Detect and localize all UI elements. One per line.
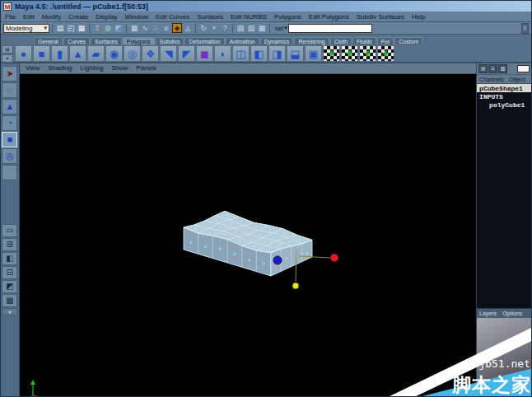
menu-item[interactable]: Subdiv Surfaces bbox=[357, 13, 404, 21]
poly-scatter-icon[interactable]: ❖ bbox=[142, 45, 159, 62]
rotate-tool[interactable]: ◔ bbox=[2, 115, 17, 131]
automatic-mapping-icon[interactable]: ✚ bbox=[377, 45, 394, 62]
layout-four-pane-button[interactable]: ⊞ bbox=[2, 238, 17, 251]
layout-single-pane-button[interactable]: ▭ bbox=[2, 224, 17, 237]
statusline-collapse-toggle[interactable]: ≡ bbox=[521, 23, 529, 34]
new-scene-icon[interactable]: ▤ bbox=[55, 23, 65, 33]
combine-icon[interactable]: ◫ bbox=[232, 45, 250, 62]
shelf-tab-rendering[interactable]: Rendering bbox=[294, 37, 329, 44]
layout-multi-pane-button[interactable]: ▦ bbox=[2, 294, 17, 307]
snap-surface-icon[interactable]: ◈ bbox=[172, 23, 182, 33]
select-hierarchy-icon[interactable]: ↥ bbox=[92, 23, 102, 33]
menu-item[interactable]: Window bbox=[125, 13, 148, 21]
shelf-tab-subdivs[interactable]: Subdivs bbox=[156, 37, 184, 44]
render-globals-icon[interactable]: ▩ bbox=[257, 23, 267, 33]
menu-item[interactable]: Modify bbox=[42, 13, 62, 21]
menu-item[interactable]: Polygons bbox=[274, 13, 301, 21]
shelf-tab-polygons[interactable]: Polygons bbox=[123, 37, 155, 44]
split-polygon-icon[interactable]: ◧ bbox=[250, 45, 268, 62]
layouts-menu-arrow[interactable]: ▾ bbox=[2, 308, 17, 315]
scene-3d-object[interactable] bbox=[20, 74, 478, 397]
select-object-icon[interactable]: ◍ bbox=[103, 23, 113, 33]
make-live-icon[interactable]: ◬ bbox=[183, 23, 193, 33]
poly-cone-icon[interactable]: ▲ bbox=[69, 45, 86, 62]
move-component-icon[interactable]: ⬓ bbox=[287, 45, 304, 62]
menu-item[interactable]: Edit Polygons bbox=[309, 13, 349, 21]
shelf-tab-fur[interactable]: Fur bbox=[377, 37, 394, 44]
menu-set-selector[interactable]: Modeling ▾ bbox=[3, 24, 49, 33]
bevel-icon[interactable]: ◗ bbox=[214, 45, 231, 62]
quick-selection-input[interactable] bbox=[288, 24, 372, 33]
shelf-tab-curves[interactable]: Curves bbox=[63, 37, 90, 44]
viewport-menu-shading[interactable]: Shading bbox=[48, 64, 72, 72]
snap-grid-icon[interactable]: ▦ bbox=[129, 23, 139, 33]
snap-curve-icon[interactable]: ∿ bbox=[140, 23, 150, 33]
append-polygon-icon[interactable]: ◨ bbox=[268, 45, 286, 62]
selection-mask-label[interactable]: sel bbox=[275, 25, 283, 32]
channel-manip-icon[interactable]: ≡ bbox=[488, 64, 497, 73]
cylindrical-mapping-icon[interactable]: ✚ bbox=[341, 45, 358, 62]
shelf-tab-fluids[interactable]: Fluids bbox=[352, 37, 376, 44]
menu-item[interactable]: Edit NURBS bbox=[231, 13, 267, 21]
poly-cube-icon[interactable]: ■ bbox=[33, 45, 50, 62]
menu-item[interactable]: Create bbox=[68, 13, 88, 21]
channel-box-menu-channels[interactable]: Channels bbox=[479, 77, 504, 82]
help-icon[interactable]: ? bbox=[220, 23, 230, 33]
extrude-face-icon[interactable]: ◥ bbox=[160, 45, 177, 62]
poly-plane-icon[interactable]: ▰ bbox=[87, 45, 105, 62]
scale-tool[interactable]: ■ bbox=[2, 132, 17, 147]
shelf-tab-cloth[interactable]: Cloth bbox=[330, 37, 352, 44]
layer-menu-layers[interactable]: Layers bbox=[479, 311, 497, 316]
extract-face-icon[interactable]: ◤ bbox=[178, 45, 195, 62]
channel-box-blank-field[interactable] bbox=[517, 65, 530, 72]
menu-item[interactable]: Edit Curves bbox=[156, 13, 189, 21]
show-manipulator-tool[interactable]: ◎ bbox=[2, 148, 17, 164]
select-tool[interactable]: ➤ bbox=[2, 66, 17, 82]
layout-persp-graph-button[interactable]: ⊟ bbox=[2, 266, 17, 279]
layer-menu-options[interactable]: Options bbox=[502, 311, 522, 316]
shelf-tab-deformation[interactable]: Deformation bbox=[184, 37, 224, 44]
snap-point-icon[interactable]: ∴ bbox=[151, 23, 161, 33]
snap-view-icon[interactable]: ⌀ bbox=[161, 23, 171, 33]
viewport-menu-panels[interactable]: Panels bbox=[137, 64, 156, 72]
channel-box-menu-object[interactable]: Object bbox=[509, 77, 525, 82]
menu-item[interactable]: Help bbox=[412, 13, 425, 21]
ipr-render-icon[interactable]: ▨ bbox=[246, 23, 256, 33]
move-tool[interactable]: ▲ bbox=[2, 99, 17, 114]
layout-persp-outliner-button[interactable]: ◧ bbox=[2, 252, 17, 265]
shelf-tab-custom[interactable]: Custom bbox=[394, 37, 422, 44]
list-input-icon[interactable]: + bbox=[209, 23, 219, 33]
menu-item[interactable]: File bbox=[5, 13, 16, 21]
lasso-select-tool[interactable]: ◌ bbox=[2, 82, 17, 98]
poly-cylinder-icon[interactable]: ▮ bbox=[51, 45, 68, 62]
shelf-tab-dynamics[interactable]: Dynamics bbox=[260, 37, 294, 44]
construction-history-icon[interactable]: ↻ bbox=[198, 23, 208, 33]
channel-node-pcubeshape1[interactable]: pCubeShape1 bbox=[477, 84, 531, 92]
viewport-canvas[interactable] bbox=[20, 74, 476, 397]
titlebar[interactable]: M Maya 4.5: .\untitled — pCube1.f[50:53] bbox=[1, 1, 531, 12]
shelf-item-menu-button[interactable]: ▤ bbox=[2, 45, 13, 54]
channel-section-inputs[interactable]: INPUTS bbox=[477, 92, 531, 100]
last-tool-slot[interactable] bbox=[2, 165, 17, 180]
subdivide-icon[interactable]: ▣ bbox=[305, 45, 322, 62]
shelf-tab-menu-button[interactable]: ▾ bbox=[2, 54, 13, 63]
select-component-icon[interactable]: ◩ bbox=[114, 23, 124, 33]
smooth-icon[interactable]: ◎ bbox=[124, 45, 141, 62]
planar-mapping-icon[interactable]: ✚ bbox=[323, 45, 340, 62]
shelf-tab-animation[interactable]: Animation bbox=[226, 37, 259, 44]
channel-manip-off-icon[interactable]: ≋ bbox=[478, 64, 488, 73]
menu-item[interactable]: Display bbox=[96, 13, 117, 21]
open-scene-icon[interactable]: ◰ bbox=[66, 23, 76, 33]
poly-sphere-icon[interactable]: ● bbox=[15, 45, 32, 62]
channel-node-polycube1[interactable]: polyCube1 bbox=[477, 100, 531, 109]
channel-stepped-icon[interactable]: ≣ bbox=[498, 64, 507, 73]
menu-item[interactable]: Surfaces bbox=[197, 13, 223, 21]
viewport-menu-view[interactable]: View bbox=[26, 64, 40, 72]
save-scene-icon[interactable]: ▦ bbox=[77, 23, 86, 33]
viewport-menu-show[interactable]: Show bbox=[112, 64, 128, 72]
layout-hypershade-button[interactable]: ◩ bbox=[2, 280, 17, 293]
paint-vertex-icon[interactable]: ◼ bbox=[196, 45, 213, 62]
render-view-icon[interactable]: ▧ bbox=[236, 23, 245, 33]
shelf-tab-general[interactable]: General bbox=[34, 37, 63, 44]
spherical-mapping-icon[interactable]: ✚ bbox=[359, 45, 376, 62]
